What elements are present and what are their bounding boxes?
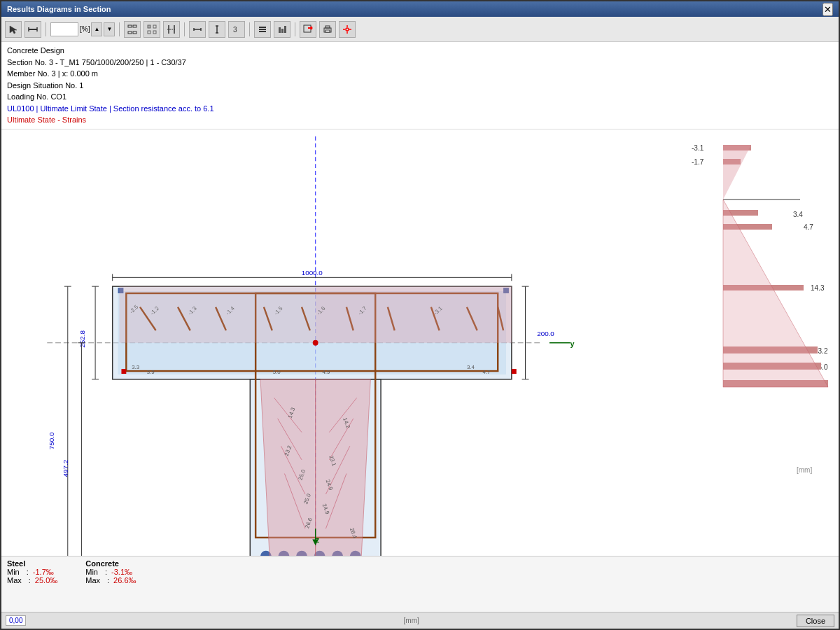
bottom-info: Steel Min : -1.7‰ Max : 25.0‰ Concrete M… bbox=[1, 556, 839, 612]
coordinate-display: 0,00 bbox=[6, 615, 26, 626]
svg-rect-9 bbox=[153, 25, 156, 28]
svg-text:3.4: 3.4 bbox=[467, 364, 475, 370]
measure-button[interactable] bbox=[24, 21, 41, 38]
svg-rect-26 bbox=[281, 29, 284, 33]
steel-max-val: 25.0‰ bbox=[35, 576, 57, 584]
info-line1: Concrete Design bbox=[7, 45, 833, 57]
steel-info: Steel Min : -1.7‰ Max : 25.0‰ bbox=[7, 559, 57, 584]
svg-text:5.0: 5.0 bbox=[273, 368, 281, 374]
settings-button[interactable] bbox=[339, 21, 356, 38]
separator3 bbox=[184, 22, 185, 36]
section-cut-button[interactable] bbox=[163, 21, 180, 38]
svg-text:y: y bbox=[570, 339, 574, 347]
info-line6: UL0100 | Ultimate Limit State | Section … bbox=[7, 103, 833, 115]
export-button[interactable] bbox=[300, 21, 316, 38]
svg-rect-11 bbox=[153, 31, 156, 34]
svg-text:497.2: 497.2 bbox=[62, 459, 69, 477]
concrete-max-val: 26.6‰ bbox=[113, 576, 136, 584]
svg-text:[mm]: [mm] bbox=[797, 466, 812, 474]
zoom-unit: [%] bbox=[80, 25, 90, 33]
svg-rect-1 bbox=[29, 29, 37, 30]
svg-rect-23 bbox=[259, 29, 266, 30]
svg-text:200.0: 200.0 bbox=[537, 329, 554, 337]
svg-text:14.3: 14.3 bbox=[811, 284, 825, 292]
svg-marker-72 bbox=[260, 379, 316, 556]
svg-rect-4 bbox=[128, 25, 132, 27]
svg-rect-34 bbox=[326, 30, 330, 32]
svg-marker-73 bbox=[316, 379, 371, 556]
steel-min-val: -1.7‰ bbox=[33, 568, 54, 576]
svg-rect-66 bbox=[121, 369, 126, 374]
zoom-controls: 150 [%] ▲ ▼ bbox=[50, 22, 115, 36]
svg-text:3: 3 bbox=[233, 26, 237, 34]
zoom-down-button[interactable]: ▼ bbox=[104, 22, 115, 36]
info-panel: Concrete Design Section No. 3 - T_M1 750… bbox=[1, 42, 839, 130]
svg-marker-0 bbox=[10, 26, 17, 34]
svg-rect-10 bbox=[148, 31, 150, 34]
svg-rect-8 bbox=[148, 25, 150, 28]
svg-text:4.9: 4.9 bbox=[323, 368, 330, 374]
concrete-min-label: Min bbox=[85, 568, 98, 576]
unit-label: [mm] bbox=[404, 617, 419, 624]
svg-text:252.8: 252.8 bbox=[78, 330, 86, 347]
side-panel: -3.1 -1.7 3.4 4.7 14.3 23.2 bbox=[685, 130, 839, 556]
info-line4: Design Situation No. 1 bbox=[7, 80, 833, 92]
steel-label: Steel bbox=[7, 559, 57, 568]
main-area: 1000.0 200.0 252.8 750.0 bbox=[1, 130, 839, 556]
svg-rect-7 bbox=[133, 31, 136, 34]
title-bar: Results Diagrams in Section ✕ bbox=[1, 1, 839, 17]
svg-text:-3.1: -3.1 bbox=[692, 144, 704, 152]
svg-text:4.7: 4.7 bbox=[804, 223, 813, 231]
svg-rect-22 bbox=[259, 27, 266, 28]
svg-marker-71 bbox=[120, 286, 316, 343]
chart-button[interactable] bbox=[274, 21, 290, 38]
svg-rect-27 bbox=[284, 26, 286, 33]
concrete-min-val: -3.1‰ bbox=[111, 568, 132, 576]
layer-button[interactable] bbox=[254, 21, 271, 38]
svg-rect-67 bbox=[512, 369, 517, 374]
svg-rect-24 bbox=[259, 31, 266, 32]
print-button[interactable] bbox=[319, 21, 336, 38]
svg-text:-1.7: -1.7 bbox=[692, 158, 704, 166]
svg-text:750.0: 750.0 bbox=[48, 431, 55, 449]
svg-text:3.4: 3.4 bbox=[793, 211, 803, 218]
grid-button[interactable] bbox=[144, 21, 160, 38]
svg-rect-25 bbox=[279, 27, 281, 33]
separator2 bbox=[119, 22, 120, 36]
svg-marker-70 bbox=[316, 286, 512, 343]
info-line5: Loading No. CO1 bbox=[7, 91, 833, 103]
title-close-button[interactable]: ✕ bbox=[822, 3, 833, 16]
svg-text:3.9: 3.9 bbox=[147, 368, 155, 374]
svg-rect-33 bbox=[326, 26, 330, 28]
window-title: Results Diagrams in Section bbox=[7, 5, 111, 13]
svg-text:3.3: 3.3 bbox=[132, 364, 140, 370]
zoom-input[interactable]: 150 bbox=[50, 22, 78, 36]
separator1 bbox=[46, 22, 46, 36]
concrete-info: Concrete Min : -3.1‰ Max : 26.6‰ bbox=[85, 559, 136, 584]
svg-marker-152 bbox=[723, 145, 751, 200]
fit-button[interactable] bbox=[124, 21, 141, 38]
svg-text:z: z bbox=[316, 535, 320, 543]
canvas-area[interactable]: 1000.0 200.0 252.8 750.0 bbox=[1, 130, 685, 556]
svg-rect-5 bbox=[133, 25, 136, 27]
separator4 bbox=[249, 22, 250, 36]
info-line3: Member No. 3 | x: 0.000 m bbox=[7, 68, 833, 80]
zoom-up-button[interactable]: ▲ bbox=[91, 22, 102, 36]
dim3-button[interactable]: 3 bbox=[228, 21, 245, 38]
diagram-svg: 1000.0 200.0 252.8 750.0 bbox=[1, 130, 685, 556]
info-line7: Ultimate State - Strains bbox=[7, 114, 833, 126]
svg-point-35 bbox=[346, 28, 349, 31]
steel-max-label: Max bbox=[7, 576, 22, 584]
concrete-label: Concrete bbox=[85, 559, 136, 568]
svg-point-134 bbox=[313, 340, 318, 345]
svg-text:1000.0: 1000.0 bbox=[302, 269, 323, 276]
close-button[interactable]: Close bbox=[797, 615, 834, 627]
svg-text:4.7: 4.7 bbox=[483, 368, 491, 374]
steel-min-label: Min bbox=[7, 568, 20, 576]
separator5 bbox=[295, 22, 295, 36]
dim1-button[interactable] bbox=[189, 21, 206, 38]
dim2-button[interactable] bbox=[209, 21, 225, 38]
svg-rect-6 bbox=[128, 31, 132, 34]
cursor-button[interactable] bbox=[5, 21, 22, 38]
toolbar: 150 [%] ▲ ▼ 3 bbox=[1, 17, 839, 42]
